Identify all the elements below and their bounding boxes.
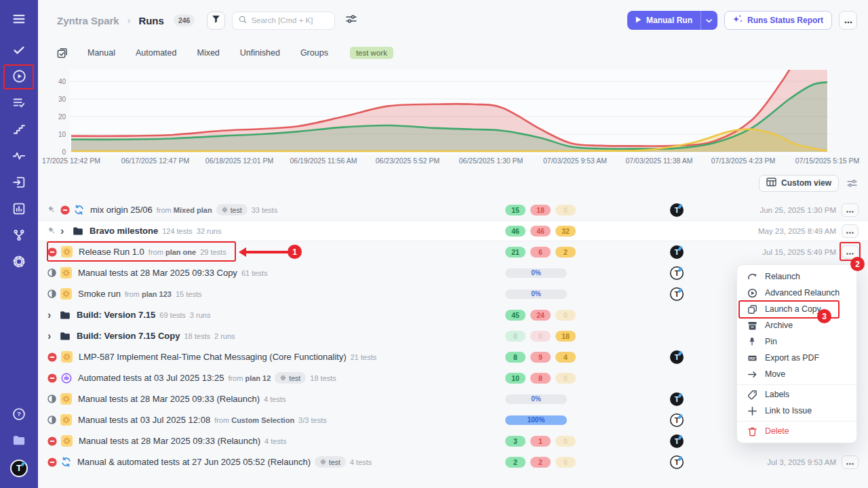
run-title[interactable]: LMP-587 Implement Real-Time Chat Messagi… [79,352,347,362]
assignee-avatar[interactable]: T [670,350,684,364]
assignee-avatar[interactable]: T [670,413,684,427]
run-title[interactable]: Manual tests at 28 Mar 2025 09:33 (Relau… [79,436,260,446]
pin-icon [747,337,757,346]
sidebar-item-activity[interactable] [5,144,33,170]
assignee-avatar[interactable]: T [670,434,684,448]
sidebar-item-tasks-check[interactable] [5,38,33,64]
manual-run-split-button[interactable]: Manual Run [627,11,717,30]
menu-item-link-to-issue[interactable]: Link to Issue [737,403,856,419]
folder-icon [60,310,71,320]
run-date: Jul 3, 2025 9:53 AM [767,458,836,466]
assignee-avatar[interactable]: T [670,266,684,280]
sidebar-item-menu[interactable] [5,7,33,34]
menu-item-archive[interactable]: Archive [737,317,856,333]
archive-icon [747,321,757,331]
run-row[interactable]: Release Run 1.0from plan one29 tests2162… [38,241,868,262]
sidebar-item-projects-folder[interactable] [5,428,33,455]
run-title[interactable]: Manual & automated tests at 27 Jun 2025 … [77,457,311,467]
user-avatar[interactable]: T [10,460,28,477]
run-title[interactable]: Build: Version 7.15 [77,310,155,320]
filter-button[interactable] [207,12,225,30]
expand-chevron-icon[interactable]: › [47,331,56,341]
search-input[interactable] [251,16,328,24]
expand-chevron-icon[interactable]: › [47,310,56,320]
sidebar-item-inbox[interactable] [5,170,33,197]
tests-count: 3/3 tests [298,416,327,424]
sidebar-item-workflow[interactable] [5,223,33,249]
row-more-button[interactable] [842,245,859,259]
row-more-button[interactable] [842,224,859,238]
header-more-button[interactable] [839,11,857,30]
runs-play-icon [12,68,27,87]
row-more-button[interactable] [842,455,859,469]
in-progress-status-icon [47,289,56,298]
menu-item-advanced-relaunch[interactable]: Advanced Relaunch [737,285,856,301]
assignee-avatar[interactable]: T [670,245,684,259]
menu-item-label: Launch a Copy [765,304,821,314]
menu-item-delete[interactable]: Delete [737,423,856,439]
tab-mixed[interactable]: Mixed [197,48,219,58]
select-runs-icon[interactable] [57,48,67,58]
breadcrumb-page-title: Runs [138,15,164,26]
row-more-button[interactable] [842,203,859,217]
run-title[interactable]: mix origin 25/06 [90,205,153,215]
menu-item-pin[interactable]: Pin [737,333,856,350]
custom-view-button[interactable]: Custom view [759,175,839,192]
tab-unfinished[interactable]: Unfinished [240,48,280,58]
run-title[interactable]: Bravo milestone [90,226,158,236]
run-row[interactable]: Manual & automated tests at 27 Jun 2025 … [38,451,868,472]
failed-count-badge: 8 [530,373,551,384]
ellipsis-icon [846,247,854,257]
manual-run-dropdown[interactable] [701,11,717,30]
tag-pill[interactable]: test [315,456,346,468]
breadcrumb-project[interactable]: Zyntra Spark [57,15,119,26]
assignee-avatar[interactable]: T [670,287,684,301]
menu-item-move[interactable]: Move [737,366,856,382]
run-title[interactable]: Manual tests at 28 Mar 2025 09:33 Copy [78,268,237,278]
assignee-avatar[interactable]: T [670,455,684,469]
run-title[interactable]: Smoke run [78,289,121,299]
expand-chevron-icon[interactable]: › [60,226,68,236]
untested-count-badge: 2 [555,247,576,258]
run-title[interactable]: Release Run 1.0 [79,247,144,257]
run-title[interactable]: Manual tests at 28 Mar 2025 09:33 (Relau… [78,394,260,404]
menu-item-relaunch[interactable]: Relaunch [737,268,856,285]
tag-pill[interactable]: test [275,372,306,384]
sidebar-item-settings-gear[interactable] [5,249,33,276]
active-filter-tag[interactable]: test work [350,47,393,59]
sidebar-item-user-avatar[interactable]: T [5,455,33,481]
menu-item-export-as-pdf[interactable]: PDFExport as PDF [737,350,856,366]
tab-automated[interactable]: Automated [136,48,176,58]
automated-run-icon [61,373,72,384]
breadcrumb-separator-icon: › [126,15,132,26]
copy-icon [747,304,757,314]
search-box[interactable] [232,12,335,30]
sidebar-item-test-cases[interactable] [5,91,33,117]
runs-status-report-button[interactable]: Runs Status Report [724,11,832,30]
stopped-status-icon [60,205,70,215]
menu-item-launch-a-copy[interactable]: Launch a Copy [737,301,856,317]
tab-groups[interactable]: Groups [300,48,328,58]
sidebar-item-help[interactable]: ? [5,402,33,428]
tasks-check-icon [12,43,26,60]
menu-item-labels[interactable]: Labels [737,386,856,403]
run-title[interactable]: Manual tests at 03 Jul 2025 12:08 [78,415,210,425]
manual-run-label: Manual Run [646,16,692,25]
pdf-icon: PDF [747,353,757,363]
run-title[interactable]: Automated tests at 03 Jul 2025 13:25 [78,373,224,383]
assignee-avatar[interactable]: T [670,392,684,406]
search-settings-icon[interactable] [346,14,357,26]
funnel-icon [212,15,220,26]
menu-divider [737,384,856,385]
folder-row[interactable]: ›Bravo milestone124 tests32 runs464632Ma… [38,220,868,241]
assignee-avatar[interactable]: T [670,203,684,217]
tab-manual[interactable]: Manual [87,48,115,58]
sidebar-item-reports[interactable] [5,197,33,223]
sidebar-item-runs-play[interactable] [5,64,33,91]
tag-pill[interactable]: test [216,204,248,216]
run-title[interactable]: Build: Version 7.15 Copy [77,331,180,341]
menu-item-label: Link to Issue [765,406,812,415]
sidebar-item-steps[interactable] [5,117,33,144]
display-settings-icon[interactable] [847,179,857,188]
run-row[interactable]: mix origin 25/06from Mixed plantest33 te… [38,199,868,220]
